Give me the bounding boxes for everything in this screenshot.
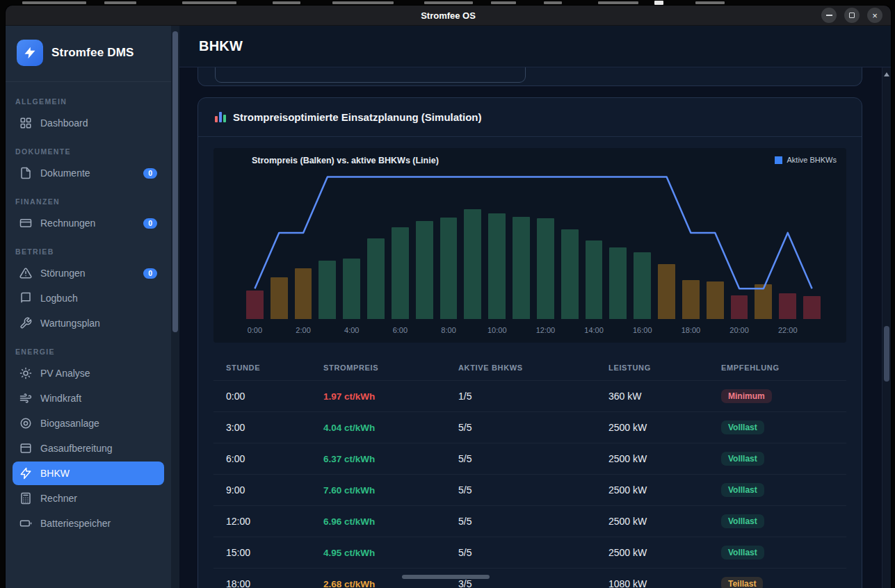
cell-power: 2500 kW: [608, 547, 721, 558]
chart-legend: Aktive BHKWs: [775, 156, 837, 164]
sidebar: Stromfee DMS ALLGEMEINDashboardDOKUMENTE…: [6, 26, 171, 588]
table-row-18-00: 18:002.68 ct/kWh3/51080 kWTeillast: [213, 568, 846, 588]
section-label-energie: ENERGIE: [15, 348, 161, 356]
table-row-9-00: 9:007.60 ct/kWh5/52500 kWVolllast: [213, 474, 846, 505]
close-button[interactable]: ×: [867, 8, 882, 23]
recommendation-badge: Volllast: [721, 546, 764, 560]
sidebar-item-logbuch[interactable]: Logbuch: [13, 286, 164, 310]
horizontal-scrollbar-thumb[interactable]: [402, 575, 490, 579]
sidebar-item-bhkw[interactable]: BHKW: [13, 462, 164, 485]
cell-active-bhkws: 5/5: [458, 547, 608, 558]
sidebar-item-rechnungen[interactable]: Rechnungen0: [13, 211, 164, 235]
main-area: BHKW Strompreisoptimierte Einsatzplanung…: [179, 26, 891, 588]
vertical-scrollbar[interactable]: [882, 67, 891, 588]
sidebar-item-dokumente[interactable]: Dokumente0: [13, 161, 164, 185]
cell-hour: 6:00: [226, 453, 323, 464]
cell-active-bhkws: 5/5: [458, 516, 608, 527]
bar-chart-icon: [215, 112, 226, 122]
calculator-icon: [19, 492, 32, 505]
table-row-6-00: 6:006.37 ct/kWh5/52500 kWVolllast: [213, 443, 846, 474]
background-fragment: [22, 1, 86, 4]
cell-recommendation: Teillast: [721, 577, 846, 588]
sidebar-item-label: BHKW: [40, 468, 70, 479]
sidebar-item-dashboard[interactable]: Dashboard: [13, 111, 164, 135]
sidebar-item-label: Störungen: [40, 268, 86, 279]
recommendation-badge: Volllast: [721, 420, 764, 434]
section-label-betrieb: BETRIEB: [15, 247, 161, 256]
table-row-0-00: 0:001.97 ct/kWh1/5360 kWMinimum: [213, 380, 846, 411]
cell-hour: 0:00: [226, 391, 323, 402]
wrench-icon: [19, 317, 32, 329]
column-header-strompreis: STROMPREIS: [323, 364, 458, 372]
titlebar[interactable]: Stromfee OS ×: [6, 6, 891, 26]
sidebar-scrollbar-thumb[interactable]: [172, 31, 178, 332]
cell-power: 2500 kW: [608, 516, 721, 527]
cell-price: 7.60 ct/kWh: [323, 485, 458, 496]
cell-power: 1080 kW: [608, 578, 721, 588]
recommendation-badge: Teillast: [721, 577, 763, 588]
count-badge: 0: [143, 268, 157, 279]
cell-active-bhkws: 1/5: [458, 391, 608, 402]
sidebar-item-st-rungen[interactable]: Störungen0: [13, 261, 164, 285]
x-tick-label: 12:00: [536, 326, 556, 334]
legend-label: Aktive BHKWs: [787, 156, 837, 164]
card-body: Strompreis (Balken) vs. aktive BHKWs (Li…: [198, 137, 862, 588]
background-fragment: [273, 1, 300, 4]
cell-price: 4.95 ct/kWh: [323, 548, 458, 558]
cell-recommendation: Minimum: [721, 389, 846, 403]
scroll-up-arrow-icon[interactable]: [884, 72, 889, 76]
vertical-scrollbar-thumb[interactable]: [884, 326, 889, 382]
truncated-input[interactable]: [215, 67, 526, 83]
recommendation-badge: Minimum: [721, 389, 772, 403]
planning-table: STUNDESTROMPREISAKTIVE BHKWSLEISTUNGEMPF…: [213, 355, 846, 588]
table-body: 0:001.97 ct/kWh1/5360 kWMinimum3:004.04 …: [213, 380, 846, 588]
background-fragment: [491, 1, 516, 4]
maximize-button[interactable]: [844, 8, 860, 23]
background-fragment: [424, 1, 473, 4]
card-header: Strompreisoptimierte Einsatzplanung (Sim…: [198, 98, 862, 137]
sidebar-item-pv-analyse[interactable]: PV Analyse: [13, 361, 164, 385]
background-fragment: [104, 1, 136, 4]
brand: Stromfee DMS: [6, 26, 171, 82]
x-tick-label: 20:00: [729, 326, 749, 334]
sidebar-scrollbar[interactable]: [171, 26, 179, 588]
sidebar-item-gasaufbereitung[interactable]: Gasaufbereitung: [13, 436, 164, 460]
cell-power: 2500 kW: [608, 453, 721, 464]
previous-card-partial: [197, 67, 862, 86]
section-label-dokumente: DOKUMENTE: [15, 147, 161, 156]
x-tick-label: 22:00: [778, 326, 798, 334]
cell-recommendation: Volllast: [721, 420, 846, 434]
alert-icon: [19, 267, 32, 279]
sidebar-item-wartungsplan[interactable]: Wartungsplan: [13, 311, 164, 335]
wind-icon: [19, 392, 32, 405]
x-tick-label: 2:00: [296, 326, 310, 334]
cell-recommendation: Volllast: [721, 514, 846, 528]
maximize-icon: [849, 13, 855, 18]
cell-power: 2500 kW: [608, 484, 721, 496]
chart-line: [243, 174, 824, 319]
sidebar-item-label: Batteriespeicher: [40, 518, 111, 529]
sidebar-item-batteriespeicher[interactable]: Batteriespeicher: [13, 512, 164, 535]
sidebar-item-windkraft[interactable]: Windkraft: [13, 386, 164, 410]
cell-active-bhkws: 5/5: [458, 484, 608, 496]
column-header-leistung: LEISTUNG: [608, 364, 721, 372]
x-tick-label: 16:00: [633, 326, 652, 334]
table-row-15-00: 15:004.95 ct/kWh5/52500 kWVolllast: [213, 537, 846, 568]
column-header-aktive-bhkws: AKTIVE BHKWS: [458, 364, 608, 372]
cell-price: 6.96 ct/kWh: [323, 516, 458, 527]
column-header-stunde: STUNDE: [226, 364, 323, 372]
cell-hour: 15:00: [226, 547, 323, 558]
sidebar-item-label: Gasaufbereitung: [40, 443, 113, 454]
x-tick-label: 10:00: [487, 326, 507, 334]
cell-hour: 3:00: [226, 422, 323, 433]
sidebar-item-label: PV Analyse: [40, 368, 90, 379]
sidebar-item-biogasanlage[interactable]: Biogasanlage: [13, 411, 164, 435]
sidebar-item-rechner[interactable]: Rechner: [13, 487, 164, 510]
cell-recommendation: Volllast: [721, 546, 846, 560]
sidebar-item-label: Biogasanlage: [40, 418, 99, 429]
cell-active-bhkws: 5/5: [458, 422, 608, 433]
cell-hour: 18:00: [226, 578, 323, 588]
minimize-button[interactable]: [821, 8, 837, 23]
chart-plot: [243, 174, 824, 319]
legend-swatch: [775, 156, 782, 164]
